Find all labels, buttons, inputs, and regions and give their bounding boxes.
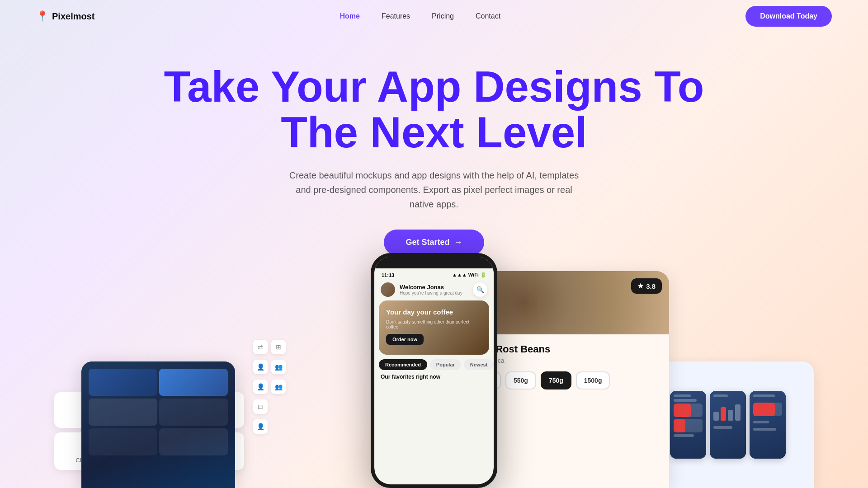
device-screen-row-2 [89,399,228,426]
phone-banner: Your day your coffee Don't satisfy somet… [379,300,489,355]
nav-item-pricing[interactable]: Pricing [432,12,454,20]
brd-screen-3 [750,391,786,459]
icon-box-7[interactable]: ⊟ [253,399,268,414]
product-name: Gold Rost Beans [470,343,660,355]
tab-recommended[interactable]: Recommended [379,359,427,370]
logo-text: Pixelmost [52,11,94,22]
dsr-thumb-4 [159,399,228,426]
tab-popular[interactable]: Popular [430,359,461,370]
mini-bar-4 [735,404,741,421]
phone-screen: 11:13 ▲▲▲ WiFi 🔋 Welcome Jonas Hope you'… [374,257,494,484]
icon-box-1[interactable]: ⇄ [253,340,268,354]
product-rating: ★ 3.8 [631,278,662,294]
phone-section-title: Our favorites right now [374,374,494,384]
brd-line-2 [674,399,697,402]
brd-bar-3 [753,403,782,416]
dsr-thumb-5 [89,428,157,455]
device-screen-row-1 [89,369,228,396]
navbar: 📍 Pixelmost Home Features Pricing Contac… [0,0,868,33]
phone-search-button[interactable]: 🔍 [473,282,487,297]
mini-bar-3 [728,410,733,421]
icon-sidebar: ⇄ ⊞ 👤 👥 👤 👥 ⊟ 👤 [253,340,286,434]
icon-box-5[interactable]: 👤 [253,380,268,394]
dsr-thumb-3 [89,399,157,426]
phone-notch [416,257,452,267]
get-started-button[interactable]: Get Started → [384,230,484,255]
download-today-button[interactable]: Download Today [745,6,832,27]
nav-item-contact[interactable]: Contact [476,12,500,20]
brd-line-4 [713,394,728,397]
icon-row-1: ⇄ ⊞ [253,340,286,354]
product-origin: South Africa [470,357,660,364]
phone-banner-text: Your day your coffee [386,308,482,317]
hero-headline-line2: The Next Level [281,108,587,156]
nav-link-home[interactable]: Home [340,12,360,20]
brd-line-8 [753,428,776,431]
logo[interactable]: 📍 Pixelmost [36,10,94,22]
device-screen-row-3 [89,428,228,455]
size-1500g-button[interactable]: 1500g [576,371,610,389]
device-screen [81,361,235,488]
nav-link-pricing[interactable]: Pricing [432,12,454,20]
logo-icon: 📍 [36,10,48,22]
rating-value: 3.8 [646,282,656,290]
brd-line-7 [753,421,769,423]
icon-box-2[interactable]: ⊞ [271,340,286,354]
icon-box-6[interactable]: 👥 [271,380,286,394]
brd-screen-2 [710,391,746,459]
brd-phone-3 [750,391,786,459]
nav-item-home[interactable]: Home [340,12,360,20]
phone-status-bar: 11:13 ▲▲▲ WiFi 🔋 [374,268,494,280]
icon-box-8[interactable]: 👤 [253,419,268,434]
brd-bar-2 [674,419,703,432]
phone-avatar [381,282,395,297]
icon-row-5: 👤 [253,419,286,434]
device-bottom-left [81,361,235,488]
phone-time: 11:13 [382,272,394,278]
dsr-thumb-6 [159,428,228,455]
nav-link-contact[interactable]: Contact [476,12,500,20]
brd-phone-2 [710,391,746,459]
order-now-button[interactable]: Order now [386,334,424,345]
size-550g-button[interactable]: 550g [505,371,536,389]
mini-bar-1 [713,412,719,421]
brd-bar-fill-3 [753,403,775,416]
phone-banner-subtitle: Don't satisfy something other than perfe… [386,319,482,329]
brd-screen-1 [670,391,706,459]
brd-phone-1 [670,391,706,459]
hero-section: Take Your App Designs To The Next Level … [0,33,868,255]
hero-headline-line1: Take Your App Designs To [164,62,704,111]
product-sizes: 350g 550g 750g 1500g [470,371,660,389]
phone-header: Welcome Jonas Hope you're having a great… [374,280,494,300]
star-icon: ★ [637,282,643,290]
nav-item-features[interactable]: Features [382,12,410,20]
tab-newest[interactable]: Newest [464,359,494,370]
brd-bar-fill-1 [674,404,691,417]
brd-bar-1 [674,404,703,417]
icon-row-3: 👤 👥 [253,380,286,394]
icon-box-4[interactable]: 👥 [271,360,286,374]
phone-greeting: Welcome Jonas Hope you're having a great… [395,284,473,296]
get-started-label: Get Started [406,238,449,247]
hero-headline: Take Your App Designs To The Next Level [163,64,705,155]
phone-signal-icon: ▲▲▲ WiFi 🔋 [452,272,486,278]
nav-link-features[interactable]: Features [382,12,410,20]
brd-line-1 [674,394,691,397]
brd-line-3 [674,434,694,437]
icon-box-3[interactable]: 👤 [253,360,268,374]
icon-row-4: ⊟ [253,399,286,414]
brd-bar-fill-2 [674,419,685,432]
phone-tabs: Recommended Popular Newest [374,359,494,374]
dsr-thumb-1 [89,369,157,396]
mini-bar-2 [721,407,726,421]
phone-mockup-main: 11:13 ▲▲▲ WiFi 🔋 Welcome Jonas Hope you'… [371,253,497,488]
hero-subtitle: Create beautiful mockups and app designs… [285,168,583,211]
brd-line-5 [713,426,732,429]
size-750g-button[interactable]: 750g [541,371,571,389]
phone-greeting-sub: Hope you're having a great day [400,291,468,296]
icon-row-2: 👤 👥 [253,360,286,374]
get-started-arrow-icon: → [454,238,462,247]
nav-links: Home Features Pricing Contact [340,12,501,20]
dsr-thumb-2 [159,369,228,396]
phone-greeting-name: Welcome Jonas [400,284,468,291]
